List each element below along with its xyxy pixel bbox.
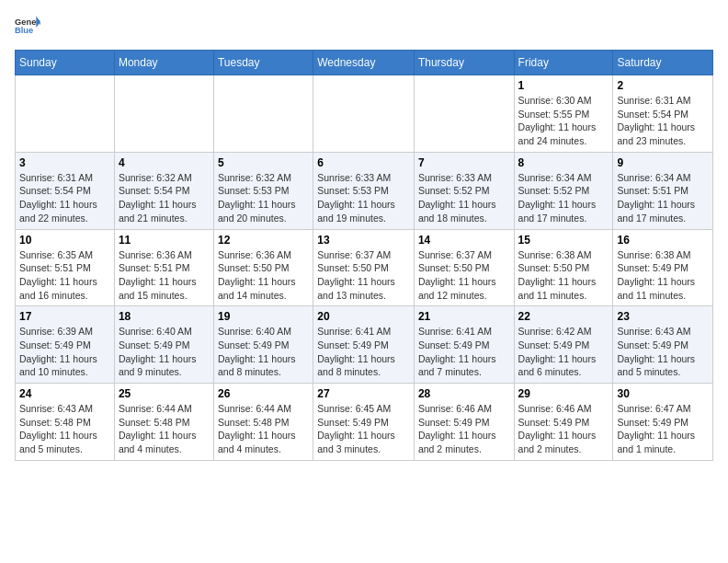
calendar-week-4: 17Sunrise: 6:39 AM Sunset: 5:49 PM Dayli… xyxy=(16,306,713,384)
weekday-header-monday: Monday xyxy=(114,51,213,75)
calendar-cell: 30Sunrise: 6:47 AM Sunset: 5:49 PM Dayli… xyxy=(613,384,713,461)
calendar-cell xyxy=(16,75,115,153)
calendar-cell: 14Sunrise: 6:37 AM Sunset: 5:50 PM Dayli… xyxy=(414,229,514,306)
day-number: 12 xyxy=(218,234,309,247)
calendar-cell: 4Sunrise: 6:32 AM Sunset: 5:54 PM Daylig… xyxy=(114,152,213,229)
weekday-header-row: SundayMondayTuesdayWednesdayThursdayFrid… xyxy=(16,51,713,75)
calendar-week-5: 24Sunrise: 6:43 AM Sunset: 5:48 PM Dayli… xyxy=(16,384,713,461)
day-number: 5 xyxy=(218,156,309,169)
calendar-cell: 22Sunrise: 6:42 AM Sunset: 5:49 PM Dayli… xyxy=(514,306,613,384)
weekday-header-friday: Friday xyxy=(514,51,613,75)
day-number: 27 xyxy=(317,387,410,400)
calendar-cell: 28Sunrise: 6:46 AM Sunset: 5:49 PM Dayli… xyxy=(414,384,514,461)
calendar-cell: 18Sunrise: 6:40 AM Sunset: 5:49 PM Dayli… xyxy=(114,306,213,384)
calendar-cell: 16Sunrise: 6:38 AM Sunset: 5:49 PM Dayli… xyxy=(613,229,713,306)
day-number: 28 xyxy=(418,387,510,400)
day-info: Sunrise: 6:41 AM Sunset: 5:49 PM Dayligh… xyxy=(317,325,410,379)
calendar-cell: 26Sunrise: 6:44 AM Sunset: 5:48 PM Dayli… xyxy=(213,384,313,461)
calendar-cell: 23Sunrise: 6:43 AM Sunset: 5:49 PM Dayli… xyxy=(613,306,713,384)
day-number: 3 xyxy=(19,156,110,169)
day-number: 4 xyxy=(119,156,210,169)
calendar-cell: 29Sunrise: 6:46 AM Sunset: 5:49 PM Dayli… xyxy=(514,384,613,461)
day-number: 17 xyxy=(19,310,110,323)
day-info: Sunrise: 6:39 AM Sunset: 5:49 PM Dayligh… xyxy=(19,325,110,379)
day-number: 9 xyxy=(617,156,709,169)
calendar-cell: 1Sunrise: 6:30 AM Sunset: 5:55 PM Daylig… xyxy=(514,75,613,153)
day-info: Sunrise: 6:41 AM Sunset: 5:49 PM Dayligh… xyxy=(418,325,510,379)
day-info: Sunrise: 6:37 AM Sunset: 5:50 PM Dayligh… xyxy=(418,248,510,303)
weekday-header-tuesday: Tuesday xyxy=(213,51,313,75)
day-number: 18 xyxy=(119,310,210,323)
calendar-cell: 24Sunrise: 6:43 AM Sunset: 5:48 PM Dayli… xyxy=(16,384,115,461)
calendar-cell: 17Sunrise: 6:39 AM Sunset: 5:49 PM Dayli… xyxy=(16,306,115,384)
day-info: Sunrise: 6:44 AM Sunset: 5:48 PM Dayligh… xyxy=(119,402,210,456)
calendar-cell: 19Sunrise: 6:40 AM Sunset: 5:49 PM Dayli… xyxy=(213,306,313,384)
weekday-header-thursday: Thursday xyxy=(414,51,514,75)
day-number: 19 xyxy=(218,310,309,323)
calendar-cell: 20Sunrise: 6:41 AM Sunset: 5:49 PM Dayli… xyxy=(313,306,415,384)
day-number: 11 xyxy=(119,234,210,247)
calendar-cell: 13Sunrise: 6:37 AM Sunset: 5:50 PM Dayli… xyxy=(313,229,415,306)
day-number: 8 xyxy=(518,156,609,169)
day-number: 15 xyxy=(518,234,609,247)
day-info: Sunrise: 6:32 AM Sunset: 5:53 PM Dayligh… xyxy=(218,171,309,225)
day-info: Sunrise: 6:33 AM Sunset: 5:53 PM Dayligh… xyxy=(317,171,410,225)
day-info: Sunrise: 6:34 AM Sunset: 5:51 PM Dayligh… xyxy=(617,171,709,225)
calendar-cell: 12Sunrise: 6:36 AM Sunset: 5:50 PM Dayli… xyxy=(213,229,313,306)
calendar-cell: 9Sunrise: 6:34 AM Sunset: 5:51 PM Daylig… xyxy=(613,152,713,229)
day-info: Sunrise: 6:38 AM Sunset: 5:49 PM Dayligh… xyxy=(617,248,709,303)
svg-text:Blue: Blue xyxy=(15,26,33,35)
day-info: Sunrise: 6:35 AM Sunset: 5:51 PM Dayligh… xyxy=(19,248,110,303)
day-info: Sunrise: 6:44 AM Sunset: 5:48 PM Dayligh… xyxy=(218,402,309,456)
calendar-cell: 2Sunrise: 6:31 AM Sunset: 5:54 PM Daylig… xyxy=(613,75,713,153)
day-number: 20 xyxy=(317,310,410,323)
weekday-header-sunday: Sunday xyxy=(16,51,115,75)
calendar-cell: 6Sunrise: 6:33 AM Sunset: 5:53 PM Daylig… xyxy=(313,152,415,229)
day-info: Sunrise: 6:40 AM Sunset: 5:49 PM Dayligh… xyxy=(218,325,309,379)
day-info: Sunrise: 6:32 AM Sunset: 5:54 PM Dayligh… xyxy=(119,171,210,225)
page-header: General Blue xyxy=(15,15,713,40)
calendar-cell xyxy=(414,75,514,153)
day-number: 13 xyxy=(317,234,410,247)
day-number: 24 xyxy=(19,387,110,400)
calendar-cell: 10Sunrise: 6:35 AM Sunset: 5:51 PM Dayli… xyxy=(16,229,115,306)
calendar-cell xyxy=(114,75,213,153)
calendar-cell xyxy=(313,75,415,153)
day-number: 16 xyxy=(617,234,709,247)
calendar-cell xyxy=(213,75,313,153)
day-number: 21 xyxy=(418,310,510,323)
calendar-cell: 7Sunrise: 6:33 AM Sunset: 5:52 PM Daylig… xyxy=(414,152,514,229)
day-number: 2 xyxy=(617,79,709,92)
calendar-cell: 21Sunrise: 6:41 AM Sunset: 5:49 PM Dayli… xyxy=(414,306,514,384)
day-number: 14 xyxy=(418,234,510,247)
day-info: Sunrise: 6:34 AM Sunset: 5:52 PM Dayligh… xyxy=(518,171,609,225)
day-info: Sunrise: 6:45 AM Sunset: 5:49 PM Dayligh… xyxy=(317,402,410,456)
day-number: 25 xyxy=(119,387,210,400)
day-number: 30 xyxy=(617,387,709,400)
day-info: Sunrise: 6:46 AM Sunset: 5:49 PM Dayligh… xyxy=(518,402,609,456)
calendar-cell: 3Sunrise: 6:31 AM Sunset: 5:54 PM Daylig… xyxy=(16,152,115,229)
day-number: 22 xyxy=(518,310,609,323)
calendar-cell: 15Sunrise: 6:38 AM Sunset: 5:50 PM Dayli… xyxy=(514,229,613,306)
day-info: Sunrise: 6:31 AM Sunset: 5:54 PM Dayligh… xyxy=(19,171,110,225)
day-number: 10 xyxy=(19,234,110,247)
day-number: 1 xyxy=(518,79,609,92)
calendar-week-2: 3Sunrise: 6:31 AM Sunset: 5:54 PM Daylig… xyxy=(16,152,713,229)
day-info: Sunrise: 6:38 AM Sunset: 5:50 PM Dayligh… xyxy=(518,248,609,303)
calendar-cell: 27Sunrise: 6:45 AM Sunset: 5:49 PM Dayli… xyxy=(313,384,415,461)
logo: General Blue xyxy=(15,15,40,40)
calendar-table: SundayMondayTuesdayWednesdayThursdayFrid… xyxy=(15,50,713,461)
day-info: Sunrise: 6:36 AM Sunset: 5:50 PM Dayligh… xyxy=(218,248,309,303)
calendar-cell: 8Sunrise: 6:34 AM Sunset: 5:52 PM Daylig… xyxy=(514,152,613,229)
day-number: 26 xyxy=(218,387,309,400)
day-number: 29 xyxy=(518,387,609,400)
day-info: Sunrise: 6:40 AM Sunset: 5:49 PM Dayligh… xyxy=(119,325,210,379)
calendar-week-1: 1Sunrise: 6:30 AM Sunset: 5:55 PM Daylig… xyxy=(16,75,713,153)
day-info: Sunrise: 6:31 AM Sunset: 5:54 PM Dayligh… xyxy=(617,94,709,148)
day-number: 7 xyxy=(418,156,510,169)
day-info: Sunrise: 6:37 AM Sunset: 5:50 PM Dayligh… xyxy=(317,248,410,303)
day-info: Sunrise: 6:33 AM Sunset: 5:52 PM Dayligh… xyxy=(418,171,510,225)
calendar-cell: 5Sunrise: 6:32 AM Sunset: 5:53 PM Daylig… xyxy=(213,152,313,229)
weekday-header-saturday: Saturday xyxy=(613,51,713,75)
generalblue-logo-icon: General Blue xyxy=(15,15,40,40)
